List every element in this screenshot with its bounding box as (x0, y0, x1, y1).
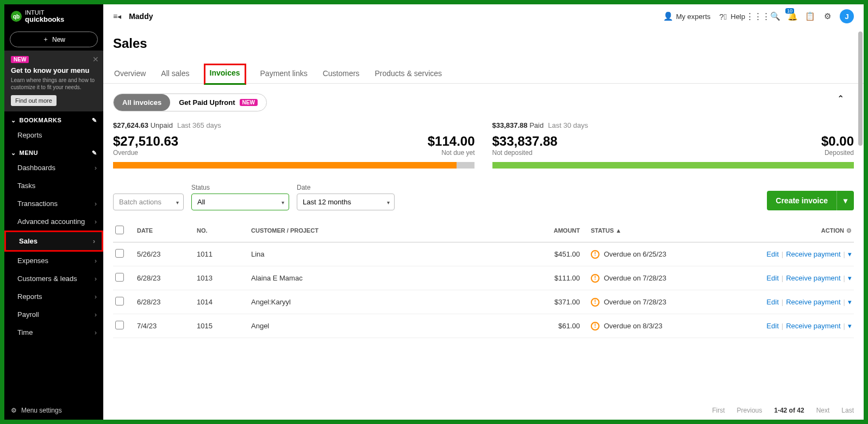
gear-icon[interactable]: ⚙ (822, 11, 832, 21)
edit-link[interactable]: Edit (766, 322, 778, 330)
page-last[interactable]: Last (841, 407, 854, 414)
pagination: First Previous 1-42 of 42 Next Last (103, 401, 864, 420)
page-first[interactable]: First (712, 407, 725, 414)
tab-overview[interactable]: Overview (113, 64, 147, 83)
clipboard-icon[interactable]: 📋 (805, 11, 815, 21)
unpaid-bar (113, 162, 475, 169)
sidebar-item-advanced-accounting[interactable]: Advanced accounting› (4, 213, 103, 230)
chevron-down-icon[interactable]: ▾ (836, 191, 854, 210)
badge-new: NEW (11, 56, 29, 63)
notification-count: 10 (785, 8, 794, 14)
receive-payment-link[interactable]: Receive payment (786, 298, 840, 306)
pill-get-paid-upfront[interactable]: Get Paid UpfrontNEW (170, 94, 266, 111)
chevron-down-icon: ▾ (387, 199, 390, 205)
tab-products-services[interactable]: Products & services (373, 64, 443, 83)
logo: qb INTUITquickbooks (4, 4, 103, 28)
edit-link[interactable]: Edit (766, 298, 778, 306)
page-prev[interactable]: Previous (737, 407, 763, 414)
chevron-right-icon: › (95, 311, 97, 319)
bookmarks-header[interactable]: ⌄BOOKMARKS ✎ (4, 111, 103, 126)
sidebar-item-payroll[interactable]: Payroll› (4, 305, 103, 323)
chevron-right-icon: › (95, 293, 97, 301)
menu-header[interactable]: ⌄MENU ✎ (4, 144, 103, 159)
collapse-summary-icon[interactable]: ⌃ (837, 93, 844, 104)
tab-invoices[interactable]: Invoices (204, 64, 246, 85)
find-out-more-button[interactable]: Find out more (11, 95, 57, 106)
paid-bar (492, 162, 854, 169)
sidebar-item-sales[interactable]: Sales› (4, 230, 103, 252)
row-menu-icon[interactable]: ▾ (848, 274, 852, 282)
invoice-pills: All invoices Get Paid UpfrontNEW (113, 93, 267, 111)
sidebar-item-transactions[interactable]: Transactions› (4, 195, 103, 213)
pencil-icon[interactable]: ✎ (92, 149, 97, 157)
tab-payment-links[interactable]: Payment links (259, 64, 309, 83)
pencil-icon[interactable]: ✎ (92, 117, 97, 124)
sidebar-item-reports[interactable]: Reports› (4, 288, 103, 305)
select-all-checkbox[interactable] (115, 226, 124, 234)
badge-new: NEW (240, 99, 258, 106)
chevron-down-icon: ▾ (282, 199, 284, 205)
warning-icon: ! (591, 274, 600, 283)
sidebar-item-expenses[interactable]: Expenses› (4, 252, 103, 270)
status-select[interactable]: All▾ (191, 194, 289, 210)
avatar[interactable]: J (840, 9, 854, 23)
chevron-right-icon: › (95, 329, 97, 336)
page-title: Sales (103, 28, 864, 54)
new-button[interactable]: ＋New (10, 32, 98, 47)
qb-logo-icon: qb (11, 11, 22, 22)
close-icon[interactable]: ✕ (92, 55, 99, 64)
receive-payment-link[interactable]: Receive payment (786, 250, 840, 258)
search-icon[interactable]: 🔍 (770, 11, 780, 21)
tab-all-sales[interactable]: All sales (160, 64, 190, 83)
row-checkbox[interactable] (115, 249, 124, 258)
batch-actions-select[interactable]: Batch actions▾ (113, 194, 184, 210)
row-checkbox[interactable] (115, 321, 124, 329)
page-next[interactable]: Next (816, 407, 830, 414)
row-checkbox[interactable] (115, 273, 124, 282)
row-checkbox[interactable] (115, 297, 124, 305)
overdue-amount: $27,510.63 (113, 134, 178, 149)
my-experts-button[interactable]: 👤My experts (664, 11, 711, 21)
logo-text: INTUITquickbooks (25, 10, 64, 23)
edit-link[interactable]: Edit (766, 274, 778, 282)
menu-settings[interactable]: ⚙Menu settings (4, 401, 103, 420)
not-deposited-amount: $33,837.88 (492, 134, 558, 149)
tab-customers[interactable]: Customers (322, 64, 361, 83)
sidebar-item-tasks[interactable]: Tasks (4, 177, 103, 195)
not-due-amount: $114.00 (428, 134, 475, 149)
bookmark-item[interactable]: Reports (4, 126, 103, 144)
company-name[interactable]: Maddy (129, 12, 153, 21)
tabs: OverviewAll salesInvoicesPayment linksCu… (103, 64, 864, 84)
warning-icon: ! (591, 322, 600, 331)
row-menu-icon[interactable]: ▾ (848, 298, 852, 306)
chevron-right-icon: › (95, 164, 97, 172)
row-menu-icon[interactable]: ▾ (848, 250, 852, 258)
notifications-icon[interactable]: 10🔔 (788, 11, 797, 21)
gear-icon[interactable]: ⚙ (846, 227, 852, 234)
help-button[interactable]: ?⃝Help (718, 11, 745, 21)
chevron-down-icon: ▾ (176, 199, 179, 205)
table-row: 7/4/231015Angel$61.00!Overdue on 8/3/23E… (113, 314, 854, 338)
gear-icon: ⚙ (11, 407, 17, 414)
table-header: DATE NO. CUSTOMER / PROJECT AMOUNT STATU… (113, 219, 854, 242)
sidebar-item-dashboards[interactable]: Dashboards› (4, 159, 103, 177)
collapse-sidebar-icon[interactable]: ≡◂ (113, 12, 121, 21)
main: ≡◂ Maddy 👤My experts ?⃝Help ⋮⋮⋮ 🔍 10🔔 📋 … (103, 4, 864, 420)
chevron-right-icon: › (93, 238, 95, 245)
pill-all-invoices[interactable]: All invoices (114, 94, 170, 111)
chevron-right-icon: › (95, 257, 97, 265)
create-invoice-button[interactable]: Create invoice▾ (767, 191, 854, 210)
chevron-down-icon: ⌄ (11, 117, 16, 123)
apps-grid-icon[interactable]: ⋮⋮⋮ (753, 11, 763, 21)
person-icon: 👤 (664, 11, 673, 21)
edit-link[interactable]: Edit (766, 250, 778, 258)
receive-payment-link[interactable]: Receive payment (786, 274, 840, 282)
invoice-table: DATE NO. CUSTOMER / PROJECT AMOUNT STATU… (113, 219, 854, 338)
date-select[interactable]: Last 12 months▾ (297, 194, 395, 210)
receive-payment-link[interactable]: Receive payment (786, 322, 840, 330)
sidebar-item-time[interactable]: Time› (4, 323, 103, 341)
chevron-down-icon: ⌄ (11, 149, 16, 156)
row-menu-icon[interactable]: ▾ (848, 322, 852, 330)
sidebar-item-customers-leads[interactable]: Customers & leads› (4, 270, 103, 288)
sidebar: qb INTUITquickbooks ＋New NEW ✕ Get to kn… (4, 4, 103, 420)
